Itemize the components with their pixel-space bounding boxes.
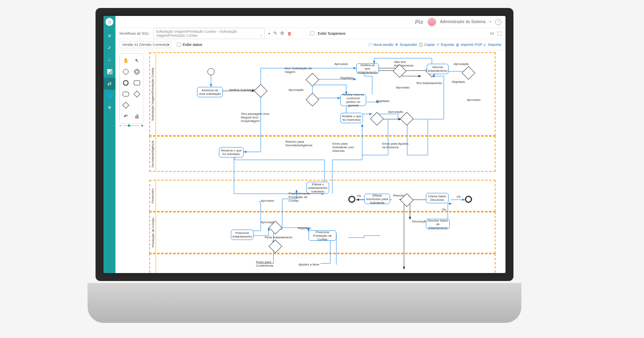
brand-logo: Pix: [415, 19, 423, 25]
label-pede-adiant: Pede Adiantamento: [265, 236, 293, 239]
menu-icon[interactable]: ≡: [103, 30, 115, 42]
topbar: Pix Administrador do Sistema ▾ ?: [115, 16, 505, 28]
task-devolve[interactable]: Devolve Saldo de Adiantamento: [426, 219, 450, 229]
add-icon[interactable]: +: [268, 31, 270, 36]
print-icon[interactable]: 🖨: [133, 112, 141, 121]
label-ok-3: Ok: [442, 208, 446, 211]
globe-icon[interactable]: 🌐: [103, 90, 115, 102]
show-suspended-checkbox[interactable]: [310, 31, 314, 35]
task-checa[interactable]: Checa Saldo Devolvido: [426, 193, 449, 203]
workflow-icon[interactable]: ⇄: [103, 78, 115, 90]
help-icon[interactable]: ?: [495, 19, 502, 25]
label-aprov-2: Aprovado: [334, 62, 348, 66]
lane-3-label: Financeiro: [151, 188, 155, 203]
label-rej-2: Rejeitado: [452, 80, 465, 84]
label-sem-solic: Sem Solicitação de Viagem: [285, 67, 312, 74]
subprocess-shape[interactable]: [133, 79, 141, 87]
label-aprov-7: Aprovado: [261, 199, 274, 202]
check-icon[interactable]: ✓: [103, 42, 115, 54]
display-icon[interactable]: ▭: [490, 31, 494, 36]
settings-icon[interactable]: ⚙: [280, 31, 284, 36]
version-selector[interactable]: Versão 41 (Versão Corrente): [119, 41, 171, 48]
intermediate-event-shape[interactable]: [133, 67, 141, 76]
task-preenche-prest[interactable]: Preenche Prestação de Contas: [308, 230, 336, 241]
label-ajustes: Ajustes a fazer: [299, 263, 320, 266]
lane-4-label: Prestação de Contas: [151, 218, 155, 248]
task-informa-adiant[interactable]: Informa Adiantamento: [427, 64, 449, 74]
start-event[interactable]: [207, 68, 215, 75]
task-shape[interactable]: [121, 90, 130, 98]
label-aprov-4: Aprovado: [467, 98, 480, 102]
label-envio-solic: Envio para Solicitante com reservas: [332, 142, 362, 153]
delete-icon[interactable]: 🗑: [287, 31, 292, 36]
user-name[interactable]: Administrador do Sistema: [440, 20, 486, 24]
bpmn-diagram[interactable]: Solicitação Viagem/Prestação Contas Secr…: [149, 52, 500, 273]
lane-1-label: Solicitação Viagem/Prestação Contas: [151, 67, 155, 121]
undo-icon[interactable]: ↶: [121, 112, 130, 121]
version-toolbar: Versão 41 (Versão Corrente) Exibir statu…: [115, 39, 505, 50]
shape-palette: ✋ ↖ ↶ 🖨: [119, 53, 143, 124]
end-event-1[interactable]: [348, 196, 355, 203]
label-tem-adiant: Tem Adiantamento: [416, 81, 442, 85]
label-aprov-3: Aprovação: [454, 62, 469, 66]
zoom-in-icon[interactable]: +: [141, 124, 143, 128]
fullscreen-icon[interactable]: ⛶: [497, 31, 502, 36]
chart-icon[interactable]: 📊: [103, 66, 115, 78]
label-aprov-5: Aprovado: [396, 86, 410, 89]
label-envio-conf: Envio para Conferência: [256, 260, 278, 267]
copiar-button[interactable]: 📋Copiar: [419, 43, 435, 47]
show-status-checkbox[interactable]: [177, 42, 181, 47]
nova-versao-button[interactable]: 📄Nova versão: [368, 43, 394, 47]
hand-tool-icon[interactable]: ✋: [121, 56, 130, 65]
label-ok-1: Ok: [357, 194, 361, 198]
pointer-tool-icon[interactable]: ↖: [133, 56, 141, 65]
workflow-selector[interactable]: Solicitação Viagem/Prestação Contas – So…: [153, 28, 265, 39]
label-preench: Preenchimento Prestação de Contas: [289, 192, 314, 202]
zoom-slider[interactable]: − +: [119, 122, 143, 129]
task-abertura[interactable]: Abertura de uma solicitação: [197, 87, 223, 97]
label-verifica: Verifica Solicitação: [229, 88, 256, 92]
show-status-label: Exibir status: [183, 43, 202, 47]
task-preenche-adiant[interactable]: Preenche Adiantamento: [231, 230, 254, 240]
label-rej-4: Rejeitado: [298, 226, 311, 230]
empty-shape: [133, 101, 141, 110]
zoom-out-icon[interactable]: −: [119, 124, 122, 128]
suspender-button[interactable]: ⏸Suspender: [395, 43, 417, 47]
workflow-label: Workflows de SOL:: [119, 31, 150, 35]
label-rej-1: Rejeitado: [340, 76, 354, 80]
task-verifica-adiant[interactable]: Verifica se tem Adiantamento: [356, 63, 379, 74]
edit-icon[interactable]: ✎: [273, 31, 277, 36]
end-event-2[interactable]: [465, 196, 472, 203]
show-suspended-label: Exibir Suspensos: [318, 31, 345, 35]
sidebar: ◷ ≡ ✓ ⛬ 📊 ⇄ 🌐 ☀: [103, 16, 115, 273]
label-retorno: Retorno para Secretaria/Agência: [285, 140, 313, 147]
exportar-button[interactable]: ↗Exportar: [436, 43, 454, 47]
label-tem-passagem: Tem passagem e/ou Aluguel e/ou Hospedage…: [241, 112, 271, 123]
label-envio-ajustes: Envio para Ajustes na Reserva: [382, 142, 412, 149]
task-efetua-reemb[interactable]: Efetua reembolso para Solicitante: [364, 194, 390, 204]
importar-button[interactable]: ↙Importar: [484, 43, 502, 47]
users-icon[interactable]: ⛬: [103, 54, 115, 66]
canvas[interactable]: ✋ ↖ ↶ 🖨 − + Solicitaç: [115, 50, 505, 273]
app-logo-icon[interactable]: ◷: [105, 18, 113, 26]
sun-icon[interactable]: ☀: [103, 102, 115, 114]
label-rej-3: Rejeitado: [376, 99, 390, 103]
gateway-shape[interactable]: [133, 90, 141, 98]
label-aprov-1: Aprovação: [289, 88, 304, 92]
imprimir-button[interactable]: 🖨Imprimir POP: [456, 43, 482, 47]
label-aprov-6: Aprovação: [388, 110, 403, 114]
label-devol: Devolução: [412, 220, 427, 223]
task-analisa[interactable]: Analisa o que foi reservado: [340, 113, 363, 123]
task-revisa[interactable]: Revisa reserva conforme pedido do gerent…: [340, 94, 366, 106]
task-reserva[interactable]: Reserva o que foi solicitado: [219, 147, 244, 157]
workflow-toolbar: Workflows de SOL: Solicitação Viagem/Pre…: [115, 28, 505, 39]
lane-2-label: Secretaria/Agência: [151, 140, 155, 167]
avatar[interactable]: [427, 18, 436, 26]
end-event-shape[interactable]: [121, 79, 130, 87]
start-event-shape[interactable]: [121, 67, 130, 76]
label-ok-2: Ok: [457, 195, 461, 198]
data-shape[interactable]: [121, 101, 130, 110]
